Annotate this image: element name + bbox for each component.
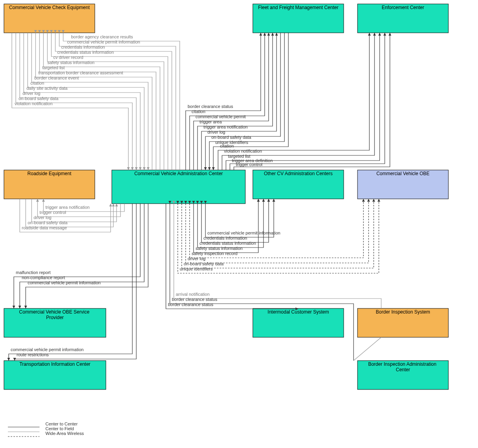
svg-text:citation: citation [30, 81, 44, 85]
legend: Center to Center Center to Field Wide-Ar… [8, 422, 84, 437]
svg-text:on-board safety data: on-board safety data [28, 220, 68, 225]
svg-text:unique identifiers: unique identifiers [180, 267, 213, 271]
svg-text:credentials information: credentials information [203, 236, 247, 240]
node-ffmc-label: Fleet and Freight Management Center [258, 5, 338, 10]
node-biac[interactable]: Border Inspection Administration Center [358, 361, 448, 389]
flows-cvac-ocvac: commercial vehicle permit information cr… [194, 199, 280, 253]
node-re-label: Roadside Equipment [27, 171, 72, 176]
svg-text:commercial vehicle permit info: commercial vehicle permit information [67, 40, 140, 44]
svg-text:Wide-Area Wireless: Wide-Area Wireless [45, 431, 84, 436]
svg-text:commercial vehicle permit info: commercial vehicle permit information [11, 347, 84, 352]
node-ocvac-label: Other CV Administration Centers [264, 171, 333, 176]
node-ec-label: Enforcement Center [382, 5, 424, 10]
node-ocvac[interactable]: Other CV Administration Centers [253, 170, 344, 199]
svg-text:safety inspection record: safety inspection record [192, 251, 237, 256]
svg-text:trigger area: trigger area [199, 119, 222, 124]
svg-text:border clearance status: border clearance status [188, 104, 233, 109]
svg-text:on-board safety data: on-board safety data [19, 96, 59, 101]
node-cvce[interactable]: Commercial Vehicle Check Equipment [4, 4, 95, 33]
svg-text:driver log: driver log [23, 91, 40, 96]
svg-text:transportation border clearanc: transportation border clearance assessme… [38, 70, 123, 75]
svg-text:malfunction report: malfunction report [16, 270, 51, 275]
svg-text:border clearance status: border clearance status [168, 302, 213, 307]
svg-text:trigger area notification: trigger area notification [45, 205, 90, 210]
node-ffmc[interactable]: Fleet and Freight Management Center [253, 4, 344, 33]
svg-text:route restrictions: route restrictions [17, 352, 49, 357]
svg-text:commercial vehicle permit info: commercial vehicle permit information [207, 231, 280, 235]
flows-cvac-to-cvce: border agency clearance results commerci… [36, 33, 180, 170]
svg-text:commercial vehicle permit: commercial vehicle permit [196, 114, 246, 119]
svg-text:Center to Field: Center to Field [45, 426, 74, 431]
node-cvobe[interactable]: Commercial Vehicle OBE [358, 170, 448, 199]
svg-text:on-board safety data: on-board safety data [211, 135, 252, 140]
svg-text:targeted list: targeted list [42, 65, 65, 70]
svg-text:safety status information: safety status information [47, 60, 94, 65]
svg-text:daily site activity data: daily site activity data [26, 86, 68, 91]
svg-text:commercial vehicle permit info: commercial vehicle permit information [28, 280, 101, 285]
svg-text:border agency clearance result: border agency clearance results [71, 34, 133, 39]
svg-text:credentials status information: credentials status information [57, 50, 114, 55]
svg-text:citation: citation [220, 144, 234, 148]
svg-text:violation notification: violation notification [15, 101, 53, 106]
node-bis[interactable]: Border Inspection System [358, 308, 448, 337]
svg-text:Center to Center: Center to Center [45, 422, 78, 426]
flows-cvac-re: trigger area notification trigger contro… [20, 199, 124, 232]
node-ec[interactable]: Enforcement Center [358, 4, 448, 33]
node-re[interactable]: Roadside Equipment [4, 170, 95, 199]
svg-text:trigger area notification: trigger area notification [203, 125, 248, 129]
svg-text:trigger control: trigger control [236, 162, 262, 167]
svg-text:border clearance event: border clearance event [34, 76, 79, 80]
svg-text:driver log: driver log [207, 130, 225, 134]
svg-text:violation notification: violation notification [224, 149, 262, 153]
svg-text:driver log: driver log [188, 256, 205, 261]
svg-text:roadside data message: roadside data message [22, 225, 67, 230]
svg-text:credentials status information: credentials status information [199, 241, 256, 246]
svg-text:on-board safety data: on-board safety data [184, 261, 224, 266]
svg-text:non-compliance report: non-compliance report [22, 275, 65, 280]
node-ics[interactable]: Intermodal Customer System [253, 308, 344, 337]
node-cvac-label: Commercial Vehicle Administration Center [134, 171, 223, 176]
node-tic-label: Transportation Information Center [19, 361, 90, 367]
node-tic[interactable]: Transportation Information Center [4, 361, 106, 389]
node-bis-label: Border Inspection System [376, 309, 430, 315]
node-cvosp[interactable]: Commercial Vehicle OBE Service Provider [4, 308, 106, 337]
node-ics-label: Intermodal Customer System [267, 309, 329, 315]
svg-text:driver log: driver log [34, 215, 51, 220]
svg-text:trigger control: trigger control [40, 210, 66, 215]
svg-text:cv driver record: cv driver record [53, 55, 83, 60]
svg-text:safety status information: safety status information [196, 246, 243, 251]
svg-text:citation: citation [192, 109, 205, 114]
svg-text:arrival notification: arrival notification [176, 292, 210, 297]
svg-text:credentials information: credentials information [61, 45, 105, 49]
interconnect-diagram: Commercial Vehicle Check Equipment Fleet… [0, 0, 478, 448]
node-cvobe-label: Commercial Vehicle OBE [376, 171, 430, 176]
svg-text:border clearance status: border clearance status [172, 297, 217, 302]
node-cvac[interactable]: Commercial Vehicle Administration Center [112, 170, 245, 204]
node-cvce-label: Commercial Vehicle Check Equipment [9, 5, 90, 10]
flows-cvac-ec: citation violation notification targeted… [218, 33, 390, 170]
